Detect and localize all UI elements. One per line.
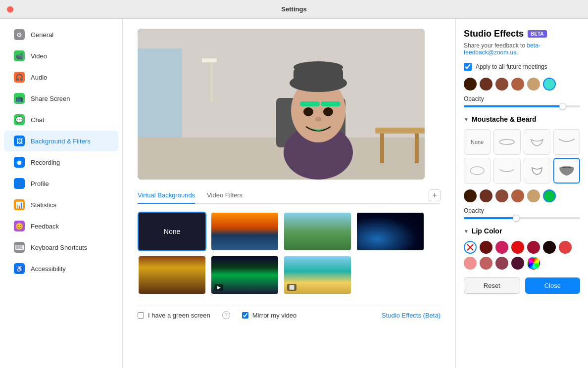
- eyebrow-opacity-thumb[interactable]: [559, 103, 566, 110]
- close-dot[interactable]: [7, 6, 13, 12]
- feedback-link[interactable]: beta-feedback@zoom.us: [464, 42, 540, 56]
- eyebrow-color-3[interactable]: [495, 78, 508, 91]
- beard-color-5[interactable]: [527, 189, 540, 202]
- backgrounds-grid: None ▶ ⬜: [138, 212, 425, 295]
- svg-point-8: [291, 78, 345, 142]
- apply-checkbox[interactable]: [464, 63, 472, 71]
- panel-actions: Reset Close: [464, 277, 580, 294]
- sidebar: ⚙General📹Video🎧Audio📺Share Screen💬Chat🖼B…: [0, 19, 123, 368]
- add-background-button[interactable]: +: [429, 189, 441, 201]
- bg-green-field[interactable]: [283, 212, 352, 251]
- eyebrow-opacity-section: Opacity: [464, 95, 580, 107]
- beard-style-7[interactable]: [553, 158, 580, 184]
- recording-icon: ⏺: [14, 157, 25, 168]
- keyboard-shortcuts-icon: ⌨: [14, 242, 25, 253]
- accessibility-icon: ♿: [14, 263, 25, 274]
- sidebar-item-recording[interactable]: ⏺Recording: [4, 152, 118, 173]
- sidebar-item-feedback[interactable]: 😊Feedback: [4, 216, 118, 236]
- sidebar-label-video: Video: [31, 52, 47, 60]
- beard-style-1[interactable]: [493, 129, 520, 155]
- bg-golden-gate[interactable]: [210, 212, 279, 251]
- moustache-beard-section-header[interactable]: ▼ Moustache & Beard: [464, 115, 580, 123]
- reset-button[interactable]: Reset: [464, 277, 520, 294]
- beard-color-4[interactable]: [511, 189, 524, 202]
- svg-rect-2: [138, 138, 425, 180]
- feedback-icon: 😊: [14, 221, 25, 231]
- svg-rect-1: [138, 29, 425, 138]
- beard-none[interactable]: None: [464, 129, 490, 155]
- beard-style-5[interactable]: [493, 158, 520, 184]
- bg-ballroom[interactable]: [138, 255, 206, 295]
- eyebrow-opacity-fill: [464, 105, 563, 107]
- share-screen-icon: 📺: [14, 93, 25, 104]
- bg-northern-lights[interactable]: ▶: [210, 255, 279, 295]
- lip-color-5[interactable]: [543, 241, 556, 254]
- eyebrow-color-5[interactable]: [527, 78, 540, 91]
- eyebrow-color-6[interactable]: [543, 78, 556, 91]
- beard-opacity-thumb[interactable]: [513, 215, 520, 222]
- lip-color-none[interactable]: [464, 241, 477, 254]
- beard-style-2[interactable]: [524, 129, 550, 155]
- sidebar-item-general[interactable]: ⚙General: [4, 24, 118, 45]
- lip-color-6[interactable]: [559, 241, 572, 254]
- beard-color-2[interactable]: [480, 189, 492, 202]
- bg-beach[interactable]: ⬜: [283, 255, 352, 295]
- bg-space[interactable]: [356, 212, 425, 251]
- lip-color-3[interactable]: [511, 241, 524, 254]
- lip-chevron-icon: ▼: [464, 229, 469, 234]
- green-screen-info-icon[interactable]: ?: [222, 311, 230, 319]
- tab-video-filters[interactable]: Video Filters: [207, 187, 243, 204]
- beard-color-1[interactable]: [464, 189, 477, 202]
- beard-color-6[interactable]: [543, 189, 556, 202]
- lip-color-8[interactable]: [480, 257, 492, 270]
- sidebar-item-audio[interactable]: 🎧Audio: [4, 67, 118, 88]
- svg-rect-3: [138, 48, 182, 138]
- beard-opacity-fill: [464, 217, 516, 219]
- eyebrow-color-4[interactable]: [511, 78, 524, 91]
- lip-color-spectrum[interactable]: [527, 257, 540, 270]
- svg-rect-16: [321, 101, 341, 106]
- titlebar: Settings: [0, 0, 588, 19]
- lip-color-9[interactable]: [495, 257, 508, 270]
- studio-effects-link[interactable]: Studio Effects (Beta): [382, 312, 441, 319]
- video-icon: ▶: [214, 284, 223, 291]
- close-button[interactable]: Close: [525, 277, 581, 294]
- statistics-icon: 📊: [14, 199, 25, 210]
- sidebar-item-profile[interactable]: 👤Profile: [4, 173, 118, 194]
- lip-color-section-header[interactable]: ▼ Lip Color: [464, 227, 580, 235]
- svg-rect-0: [138, 29, 425, 180]
- sidebar-item-chat[interactable]: 💬Chat: [4, 109, 118, 130]
- eyebrow-color-1[interactable]: [464, 78, 477, 91]
- lip-color-1[interactable]: [480, 241, 492, 254]
- sidebar-item-keyboard-shortcuts[interactable]: ⌨Keyboard Shortcuts: [4, 237, 118, 258]
- sidebar-item-video[interactable]: 📹Video: [4, 46, 118, 66]
- tab-virtual-backgrounds[interactable]: Virtual Backgrounds: [138, 187, 195, 204]
- green-screen-checkbox[interactable]: [138, 312, 144, 319]
- mirror-video-label[interactable]: Mirror my video: [242, 312, 297, 319]
- lip-color-4[interactable]: [527, 241, 540, 254]
- green-screen-label[interactable]: I have a green screen: [138, 312, 210, 319]
- beard-color-3[interactable]: [495, 189, 508, 202]
- svg-rect-15: [300, 101, 320, 106]
- lip-color-10[interactable]: [511, 257, 524, 270]
- mirror-video-checkbox[interactable]: [242, 312, 248, 319]
- panel-title: Studio Effects: [464, 29, 524, 39]
- apply-row: Apply to all future meetings: [464, 63, 580, 71]
- panel-header: Studio Effects BETA: [464, 29, 580, 39]
- beard-style-3[interactable]: [553, 129, 580, 155]
- beard-style-4[interactable]: [464, 158, 490, 184]
- sidebar-item-accessibility[interactable]: ♿Accessibility: [4, 258, 118, 279]
- lip-color-7[interactable]: [464, 257, 477, 270]
- beard-style-6[interactable]: [524, 158, 550, 184]
- eyebrow-color-2[interactable]: [480, 78, 492, 91]
- eyebrow-opacity-label: Opacity: [464, 95, 580, 102]
- bg-none[interactable]: None: [138, 212, 206, 251]
- sidebar-label-keyboard-shortcuts: Keyboard Shortcuts: [31, 244, 87, 251]
- sidebar-item-statistics[interactable]: 📊Statistics: [4, 194, 118, 215]
- lip-color-2[interactable]: [495, 241, 508, 254]
- sidebar-item-background-filters[interactable]: 🖼Background & Filters: [4, 131, 118, 151]
- sidebar-item-share-screen[interactable]: 📺Share Screen: [4, 88, 118, 109]
- sidebar-label-profile: Profile: [31, 180, 49, 187]
- sidebar-label-recording: Recording: [31, 159, 60, 166]
- sidebar-label-general: General: [31, 31, 53, 39]
